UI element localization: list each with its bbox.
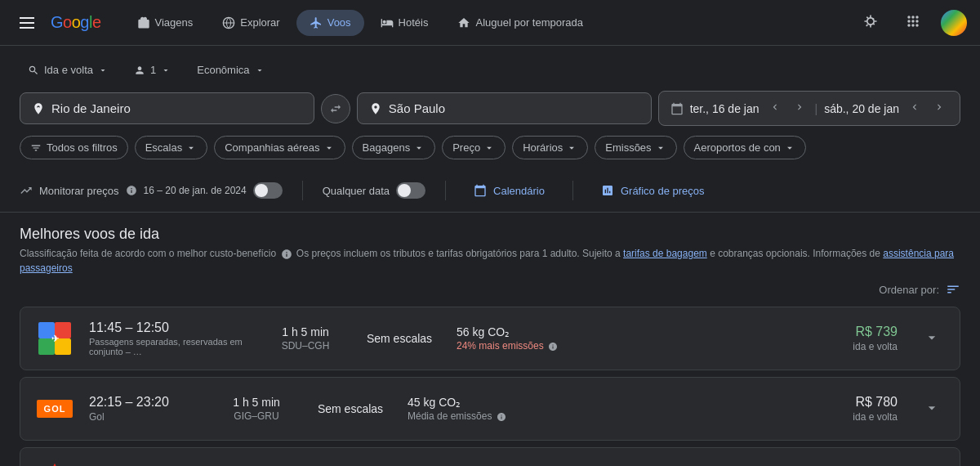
flight-price: R$ 739 ida e volta [853, 325, 898, 352]
expand-flight-button[interactable] [920, 397, 943, 422]
google-logo: Google [51, 13, 101, 32]
search-controls: Ida e volta 1 Econômica [20, 59, 960, 81]
duration-value: 1 h 5 min [220, 396, 293, 409]
class-selector[interactable]: Econômica [189, 59, 272, 81]
airline-name: Gol [89, 411, 203, 423]
filter-companhias[interactable]: Companhias aéreas [214, 136, 345, 159]
date-to: sáb., 20 de jan [824, 102, 899, 115]
flight-stops: Sem escalas [310, 402, 391, 415]
filter-horarios[interactable]: Horários [512, 136, 588, 159]
co2-value: 56 kg CO₂ [457, 325, 563, 338]
sort-row: Ordenar por: [20, 282, 960, 297]
svg-text:✈: ✈ [51, 334, 60, 343]
all-filters-button[interactable]: Todos os filtros [20, 136, 128, 159]
time-range: 22:15 – 23:20 [89, 395, 203, 410]
filter-aeroportos[interactable]: Aeroportos de con [684, 136, 806, 159]
expand-flight-button[interactable] [920, 326, 943, 352]
date-range-picker[interactable]: ter., 16 de jan | sáb., 20 de jan [658, 91, 960, 126]
monitor-prices-item: Monitorar preços 16 – 20 de jan. de 2024 [20, 182, 283, 199]
baggage-fees-link[interactable]: tarifas de bagagem [623, 248, 707, 259]
flight-row[interactable]: LATAM 07:00 – 08:10 LATAM 1 h 10 min GIG… [20, 447, 960, 466]
monitor-toggle[interactable] [253, 182, 283, 199]
co2-info: 56 kg CO₂ 24% mais emissões [457, 325, 563, 352]
flight-times: 11:45 – 12:50 Passagens separadas, reser… [89, 320, 252, 356]
search-area: Ida e volta 1 Econômica ter., 16 de jan [0, 46, 980, 126]
calendar-button[interactable]: Calendário [466, 179, 553, 202]
flight-note: Passagens separadas, reservadas em conju… [89, 337, 252, 356]
sort-label: Ordenar por: [879, 284, 939, 296]
trip-type-selector[interactable]: Ida e volta [20, 59, 116, 81]
price-chart-button[interactable]: Gráfico de preços [593, 179, 713, 202]
airline-logo-multicolor: ✈ [37, 320, 73, 356]
nav-right [856, 7, 967, 38]
flight-row[interactable]: ✈ 11:45 – 12:50 Passagens separadas, res… [20, 307, 960, 370]
any-date-toggle[interactable] [396, 182, 425, 199]
airline-logo-gol: GOL [37, 391, 73, 427]
apps-button[interactable] [898, 7, 928, 38]
flight-row[interactable]: GOL 22:15 – 23:20 Gol 1 h 5 min GIG–GRU … [20, 377, 960, 441]
sort-icon [946, 282, 960, 297]
filter-bar: Todos os filtros Escalas Companhias aére… [0, 126, 980, 169]
filter-preco[interactable]: Preço [442, 136, 506, 159]
divider [302, 181, 303, 200]
duration-value: 1 h 5 min [269, 325, 342, 338]
tab-viagens[interactable]: Viagens [124, 10, 207, 36]
price-value: R$ 739 [853, 325, 898, 339]
flight-times: 22:15 – 23:20 Gol [89, 395, 203, 423]
monitor-prices-label: Monitorar preços [39, 185, 119, 197]
nav-tabs: Viagens Explorar Voos Hotéis Aluguel por… [124, 10, 846, 36]
date-to-prev-button[interactable] [906, 100, 924, 117]
origin-input-box[interactable] [20, 92, 314, 124]
monitor-date-range: 16 – 20 de jan. de 2024 [144, 185, 247, 196]
co2-info: 45 kg CO₂ Média de emissões [408, 396, 514, 422]
user-avatar[interactable] [941, 10, 967, 36]
tab-hoteis[interactable]: Hotéis [368, 10, 442, 36]
flight-route: SDU–CGH [269, 340, 342, 352]
flight-duration: 1 h 5 min SDU–CGH [269, 325, 342, 352]
date-to-next-button[interactable] [930, 100, 948, 117]
flight-duration: 1 h 5 min GIG–GRU [220, 396, 293, 422]
tab-voos[interactable]: Voos [296, 10, 364, 36]
results-title: Melhores voos de ida [20, 226, 960, 243]
date-prev-button[interactable] [766, 100, 784, 117]
time-range: 11:45 – 12:50 [89, 320, 252, 335]
results-subtitle: Classificação feita de acordo com o melh… [20, 246, 960, 276]
price-type: ida e volta [853, 411, 898, 423]
top-nav: Google Viagens Explorar Voos Hotéis Alug… [0, 0, 980, 46]
divider3 [572, 181, 573, 200]
filter-emissoes[interactable]: Emissões [595, 136, 676, 159]
filter-escalas[interactable]: Escalas [135, 136, 208, 159]
stops-value: Sem escalas [310, 402, 391, 415]
flight-stops: Sem escalas [359, 332, 440, 345]
theme-toggle-button[interactable] [856, 7, 885, 38]
flight-route: GIG–GRU [220, 410, 293, 422]
hamburger-menu[interactable] [13, 11, 41, 35]
tab-explorar[interactable]: Explorar [209, 10, 292, 36]
airline-logo-latam: LATAM [37, 461, 73, 466]
any-date-label: Qualquer data [323, 185, 390, 197]
any-date-item: Qualquer data [323, 182, 425, 199]
flight-price: R$ 780 ida e volta [853, 395, 898, 423]
swap-button[interactable] [321, 94, 350, 123]
co2-value: 45 kg CO₂ [408, 396, 514, 409]
co2-label: Média de emissões [408, 410, 514, 422]
price-value: R$ 780 [853, 395, 898, 410]
tab-aluguel[interactable]: Aluguel por temporada [444, 10, 596, 36]
destination-field[interactable] [389, 101, 639, 115]
price-type: ida e volta [853, 341, 898, 352]
origin-field[interactable] [51, 101, 302, 115]
price-monitor: Monitorar preços 16 – 20 de jan. de 2024… [0, 169, 980, 213]
destination-input-box[interactable] [357, 92, 652, 124]
filter-bagagens[interactable]: Bagagens [352, 136, 436, 159]
date-from: ter., 16 de jan [690, 102, 760, 115]
results-area: Melhores voos de ida Classificação feita… [0, 213, 980, 466]
date-next-button[interactable] [791, 100, 808, 117]
stops-value: Sem escalas [359, 332, 440, 345]
co2-label: 24% mais emissões [457, 340, 563, 352]
search-row: ter., 16 de jan | sáb., 20 de jan [20, 91, 960, 126]
results-header: Melhores voos de ida Classificação feita… [20, 226, 960, 276]
divider2 [445, 181, 446, 200]
passenger-selector[interactable]: 1 [126, 59, 179, 81]
